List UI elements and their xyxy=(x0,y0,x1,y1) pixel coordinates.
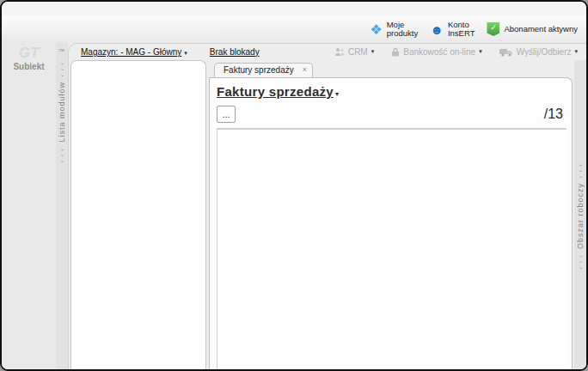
truck-icon xyxy=(499,47,513,57)
padlock-icon xyxy=(391,47,400,57)
banking-caret-icon: ▾ xyxy=(479,48,482,55)
crm-people-icon xyxy=(334,47,345,57)
insert-account-button[interactable]: ☻ Konto InsERT xyxy=(430,21,475,38)
subscription-status[interactable]: ✓ Abonament aktywny xyxy=(487,22,578,36)
brand-name: Subiekt xyxy=(13,62,44,71)
send-caret-icon: ▾ xyxy=(574,48,578,55)
tab-bar: Faktury sprzedaży × xyxy=(209,60,573,77)
chevrons-bottom: ‹ ‹ ‹ xyxy=(58,148,66,162)
tab-label: Faktury sprzedaży xyxy=(224,65,294,75)
context-bar: Magazyn: - MAG - Główny ▾ Brak blokady C… xyxy=(69,44,586,58)
filter-bar: ... /13 xyxy=(217,106,567,123)
banking-button[interactable]: Bankowość on-line ▾ xyxy=(391,47,481,57)
send-receive-button[interactable]: Wyślij/Odbierz ▾ xyxy=(499,47,578,57)
pin-icon[interactable]: ✑ xyxy=(58,46,65,55)
title-caret-icon: ▾ xyxy=(335,90,339,98)
banking-label: Bankowość on-line xyxy=(403,47,475,57)
record-counter: /13 xyxy=(544,106,563,122)
page-title: Faktury sprzedaży xyxy=(217,84,334,99)
account-label: Konto InsERT xyxy=(448,21,475,38)
account-person-icon: ☻ xyxy=(430,22,444,37)
magazyn-caret-icon: ▾ xyxy=(184,50,187,56)
crm-caret-icon: ▾ xyxy=(371,48,375,55)
invoice-table xyxy=(217,128,567,369)
table-body xyxy=(217,130,567,369)
crm-button[interactable]: CRM ▾ xyxy=(334,47,374,57)
crm-label: CRM xyxy=(348,47,368,57)
tab-faktury-sprzedazy[interactable]: Faktury sprzedaży × xyxy=(214,63,313,77)
toolbar-right: ❖ Moje produkty ☻ Konto InsERT ✓ Aboname… xyxy=(370,21,581,38)
main-toolbar: ❖ Moje produkty ☻ Konto InsERT ✓ Aboname… xyxy=(2,15,586,43)
menu-bar xyxy=(2,2,586,15)
chevrons-top: ‹ ‹ ‹ xyxy=(58,62,66,76)
tab-close-icon[interactable]: × xyxy=(303,65,307,75)
modules-strip[interactable]: ✑ ‹ ‹ ‹ Lista modułów ‹ ‹ ‹ xyxy=(56,43,68,369)
modules-strip-label: Lista modułów xyxy=(58,82,66,143)
magazyn-label: Magazyn: - MAG - Główny xyxy=(81,47,181,57)
workspace-strip-label: Obszar roboczy xyxy=(576,183,585,249)
modules-sidebar: GT Subiekt xyxy=(2,43,56,369)
my-products-button[interactable]: ❖ Moje produkty xyxy=(370,21,418,38)
blockade-link[interactable]: Brak blokady xyxy=(210,47,260,57)
gt-logo: GT xyxy=(19,45,40,62)
more-filters-button[interactable]: ... xyxy=(217,106,236,123)
module-content: Faktury sprzedaży▾ ... /13 xyxy=(209,77,573,369)
ws-chevrons-bottom: ‹ ‹ ‹ xyxy=(577,254,585,269)
app-window: ❖ Moje produkty ☻ Konto InsERT ✓ Aboname… xyxy=(0,0,588,371)
magazyn-selector[interactable]: Magazyn: - MAG - Główny ▾ xyxy=(81,46,187,57)
products-label: Moje produkty xyxy=(387,21,418,38)
navigation-tree xyxy=(70,60,206,369)
shield-check-icon: ✓ xyxy=(487,22,499,36)
ws-chevrons-top: ‹ ‹ ‹ xyxy=(577,163,585,178)
page-title-button[interactable]: Faktury sprzedaży▾ xyxy=(217,84,339,99)
subscription-label: Abonament aktywny xyxy=(504,25,578,33)
products-grid-icon: ❖ xyxy=(370,21,382,38)
workspace-strip[interactable]: ‹ ‹ ‹ Obszar roboczy ‹ ‹ ‹ xyxy=(574,60,586,369)
send-receive-label: Wyślij/Odbierz xyxy=(517,47,572,57)
